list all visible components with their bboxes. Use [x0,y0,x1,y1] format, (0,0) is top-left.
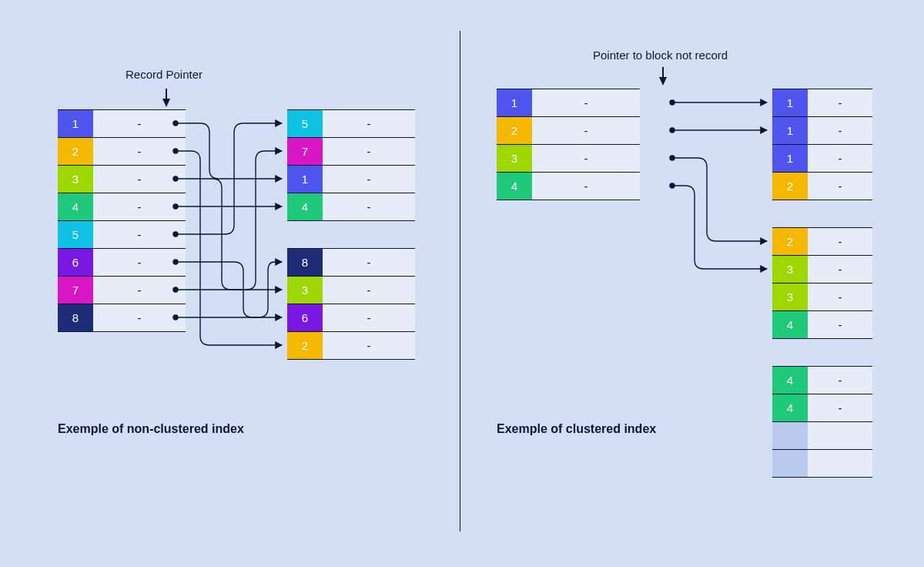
key-cell: 1 [772,145,808,173]
key-cell: 4 [772,394,808,422]
nonclustered-block-a: 5-7-1-4- [287,109,415,221]
table-row: 1- [287,166,415,193]
pointer-cell: - [808,228,872,256]
key-cell: 4 [58,193,93,221]
pointer-cell: - [532,89,640,117]
table-row: 4- [772,311,872,339]
table-row: 1- [772,117,872,145]
table-row: 3- [58,166,186,193]
table-row: 3- [287,277,415,304]
table-row: 2- [58,138,186,166]
table-row: 4- [287,193,415,221]
key-cell: 4 [772,311,808,339]
table-row: 6- [287,304,415,332]
table-row: 1- [497,89,640,117]
table-row: 2- [772,228,872,256]
key-cell: 6 [287,304,323,332]
pointer-cell: - [808,367,872,394]
table-row: 4- [772,394,872,422]
pointer-cell: - [532,117,640,145]
pointer-cell: - [808,256,872,284]
table-row: 3- [772,256,872,284]
table-row: 5- [58,221,186,249]
pointer-cell: - [323,166,415,193]
clustered-index-table: 1-2-3-4- [497,89,640,200]
pointer-cell: - [808,394,872,422]
key-cell [772,422,808,450]
pointer-cell: - [532,145,640,173]
key-cell: 1 [497,89,532,117]
pointer-cell: - [93,221,186,249]
nonclustered-block-b: 8-3-6-2- [287,248,415,360]
nonclustered-index-table: 1-2-3-4-5-6-7-8- [58,109,186,332]
table-row: 8- [287,249,415,277]
key-cell: 5 [287,110,323,138]
clustered-block-c: 4-4- [772,366,872,478]
key-cell: 8 [287,249,323,277]
table-row [772,422,872,450]
arrow-down-icon [162,99,170,107]
svg-point-8 [670,100,675,105]
table-row: 8- [58,304,186,332]
pointer-cell [808,450,872,478]
key-cell: 2 [772,228,808,256]
table-row: 4- [497,173,640,200]
key-cell: 4 [497,173,532,200]
table-row: 4- [58,193,186,221]
key-cell: 2 [497,117,532,145]
pointer-cell: - [93,110,186,138]
key-cell: 1 [58,110,93,138]
table-row: 6- [58,249,186,277]
key-cell: 1 [772,89,808,117]
table-row: 2- [287,332,415,360]
svg-point-10 [670,156,675,160]
table-row: 2- [497,117,640,145]
clustered-block-a: 1-1-1-2- [772,89,872,200]
divider-line [460,31,460,532]
svg-point-9 [670,128,675,133]
key-cell: 3 [287,277,323,304]
key-cell: 3 [497,145,532,173]
key-cell: 1 [287,166,323,193]
key-cell: 6 [58,249,93,277]
key-cell: 2 [287,332,323,360]
pointer-cell: - [93,193,186,221]
key-cell: 4 [772,367,808,394]
table-row: 3- [772,284,872,311]
arrow-down-icon [659,77,667,86]
caption-clustered: Exemple of clustered index [497,422,656,436]
key-cell: 2 [772,173,808,200]
key-cell: 3 [58,166,93,193]
pointer-cell: - [93,138,186,166]
pointer-cell: - [323,277,415,304]
caption-nonclustered: Exemple of non-clustered index [58,422,244,436]
key-cell: 7 [287,138,323,166]
table-row: 1- [772,145,872,173]
key-cell: 8 [58,304,93,332]
svg-point-11 [670,183,675,188]
pointer-cell: - [323,332,415,360]
pointer-cell: - [323,110,415,138]
pointer-cell: - [323,249,415,277]
pointer-cell: - [93,166,186,193]
table-row: 4- [772,367,872,394]
clustered-block-b: 2-3-3-4- [772,227,872,339]
pointer-cell: - [93,249,186,277]
pointer-cell: - [323,193,415,221]
pointer-cell: - [808,145,872,173]
table-row: 1- [58,110,186,138]
pointer-cell: - [808,117,872,145]
pointer-cell: - [93,304,186,332]
key-cell: 3 [772,284,808,311]
pointer-cell: - [323,138,415,166]
key-cell: 7 [58,277,93,304]
table-row: 1- [772,89,872,117]
pointer-cell: - [808,311,872,339]
label-record-pointer: Record Pointer [126,68,203,81]
pointer-cell: - [808,284,872,311]
pointer-cell [808,422,872,450]
key-cell: 5 [58,221,93,249]
key-cell: 4 [287,193,323,221]
label-pointer-to-block: Pointer to block not record [593,49,728,62]
pointer-cell: - [323,304,415,332]
